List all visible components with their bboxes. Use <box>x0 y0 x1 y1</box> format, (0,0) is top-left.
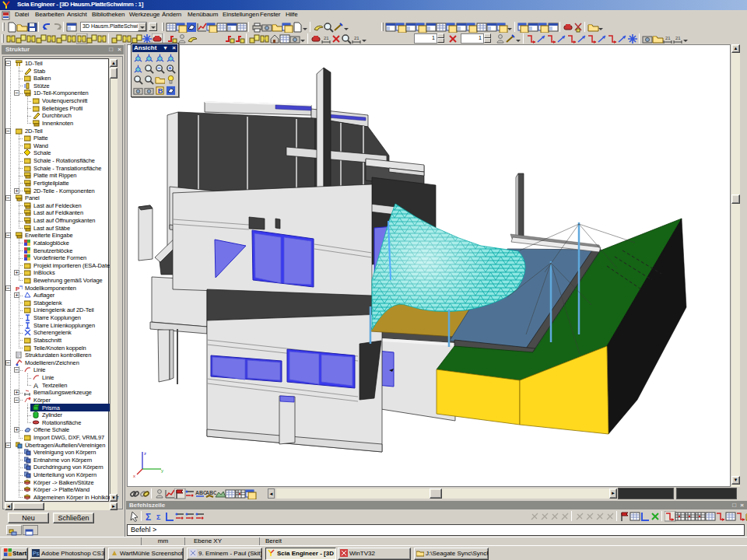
svg-text:A: A <box>33 382 38 389</box>
svg-text:z: z <box>144 451 146 456</box>
svg-text:Σ: Σ <box>156 513 161 521</box>
svg-text:Σ: Σ <box>146 512 151 522</box>
svg-text:21: 21 <box>665 36 671 40</box>
svg-text:21: 21 <box>354 36 359 40</box>
svg-text:B: B <box>158 87 163 95</box>
svg-text:x: x <box>133 474 135 478</box>
svg-text:21: 21 <box>324 36 329 40</box>
svg-text:21: 21 <box>675 36 681 40</box>
svg-text:Ps: Ps <box>33 551 40 556</box>
svg-text:y: y <box>161 468 163 473</box>
